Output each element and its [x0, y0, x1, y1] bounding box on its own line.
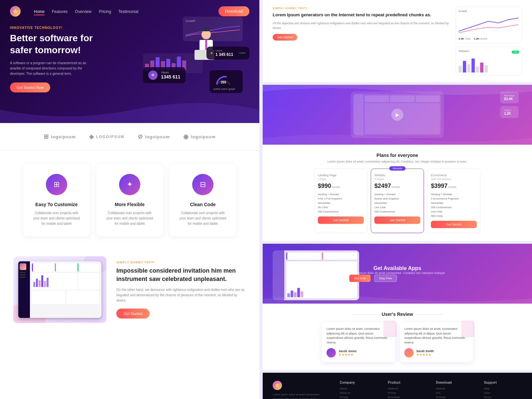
footer-link-android[interactable]: Android [436, 387, 474, 390]
feature-title-customize: Easy To Customize [31, 202, 82, 207]
right-panel: SIMPLY DUMMY TEXT! Lorem Ipsum generator… [263, 0, 532, 399]
apps-buttons: Get Now Stay Free [349, 275, 446, 282]
plan-features-1: Hosting + Domain Free 3 Full Graphics Ne… [318, 192, 364, 214]
nav-testimonial[interactable]: Testimonial [118, 9, 138, 14]
footer-link-docs[interactable]: Docs [484, 391, 522, 394]
showcase-content: SIMPLY DUMMY TEXT! Impossible considered… [116, 261, 246, 319]
logo-sym-4: ◉ [183, 133, 189, 140]
footer: ⭐ Lorem ipsum dolor sit amet consectetur… [263, 373, 532, 399]
nav-pricing[interactable]: Pricing [99, 9, 111, 14]
right-section-2-banner: ▶ Revenue $3.4K Users 1.2K [263, 85, 532, 145]
review-text-2: Lorem ipsum dolor sit amet, consectetur … [404, 327, 468, 345]
plan-price-2: $2497 [374, 183, 391, 190]
footer-col-title-support: Support [484, 381, 522, 384]
right-s1-cta[interactable]: Get Started [273, 34, 297, 41]
footer-link-about[interactable]: About us [340, 391, 378, 394]
review-author-2: Sarah Smith ★★★★★ [404, 348, 468, 357]
review-deco-1 [383, 321, 397, 337]
plan-pages-3: With 100 product [431, 178, 477, 181]
footer-link-prod-download[interactable]: Download [388, 396, 426, 399]
showcase-image [13, 256, 106, 323]
plan-period-1: /month [332, 186, 340, 189]
footer-link-desktop[interactable]: Desktop [436, 396, 474, 399]
review-card-1: Lorem ipsum dolor sit amet, consectetur … [322, 322, 395, 362]
plan-name-3: Ecommerce [431, 174, 477, 177]
right-s1-title: Lorem Ipsum generators on the Internet t… [273, 12, 449, 18]
plan-period-2: /month [392, 186, 400, 189]
pricing-title: Plans for everyone [269, 153, 525, 158]
nav-home[interactable]: Home [34, 9, 45, 15]
feature-card-flexible: ✦ More Flexible Collaborate over project… [96, 164, 163, 236]
hero-wave [0, 96, 259, 123]
footer-col-company: Company Home About us Pricing Contact [340, 381, 378, 399]
review-card-2: Lorem ipsum dolor sit amet, consectetur … [400, 322, 473, 362]
review-author-1: Jacob Jones ★★★★★ [327, 348, 390, 357]
left-panel: ⭐ Home Features Overview Pricing Testimo… [0, 0, 259, 399]
hero-tag: INNOVATIVE TECHNOLOGY! [10, 26, 249, 30]
feature-title-code: Clean Code [178, 202, 228, 207]
footer-col-title-company: Company [340, 381, 378, 384]
review-name-2: Sarah Smith [416, 349, 434, 353]
logo-item-3: ⊘ logoipsum [138, 133, 170, 140]
footer-col-download: Download Android iOS Desktop Web App [436, 381, 474, 399]
logo-item-2: ◈ LOGOIPSUM [89, 133, 124, 140]
logo-item-4: ◉ logoipsum [183, 133, 216, 140]
footer-link-home[interactable]: Home [340, 387, 378, 390]
footer-link-ios[interactable]: iOS [436, 391, 474, 394]
review-avatar-2 [404, 348, 414, 357]
nav-links: Home Features Overview Pricing Testimoni… [34, 8, 138, 14]
hero-content: INNOVATIVE TECHNOLOGY! Better software f… [0, 23, 259, 92]
plan-period-3: /month [448, 186, 456, 189]
review-avatar-1 [327, 348, 336, 357]
hero-section: ⭐ Home Features Overview Pricing Testimo… [0, 0, 259, 123]
pricing-card-website: Website Website 5 Pages $2497 /month Hos… [371, 169, 424, 233]
plan-cta-1[interactable]: Get Started [318, 216, 364, 224]
footer-link-help[interactable]: Help [484, 387, 522, 390]
growth-widget-title: Growth [459, 10, 519, 13]
right-s1-charts: Growth 2.4K Total 1.2K Active Statistics… [456, 7, 522, 75]
flexible-icon: ✦ [119, 174, 140, 195]
footer-link-pricing[interactable]: Pricing [340, 396, 378, 399]
footer-col-title-download: Download [436, 381, 474, 384]
hero-description: A software or a program can be character… [10, 61, 86, 76]
logos-section: ⊞ logoipsum ◈ LOGOIPSUM ⊘ logoipsum ◉ lo… [0, 123, 259, 151]
plan-badge-2: Website [389, 166, 406, 171]
review-name-1: Jacob Jones [338, 349, 357, 353]
logo-sym-3: ⊘ [138, 133, 143, 140]
footer-link-forum[interactable]: Forum [484, 396, 522, 399]
right-section-1: SIMPLY DUMMY TEXT! Lorem Ipsum generator… [263, 0, 532, 85]
footer-description: Lorem ipsum dolor sit amet consectetur a… [273, 393, 330, 399]
banner-stats: Revenue $3.4K Users 1.2K [500, 91, 519, 118]
feature-desc-code: Collaborate over projects with your team… [178, 210, 228, 226]
showcase-cta-button[interactable]: Get Started [116, 309, 150, 319]
review-deco-2 [461, 321, 474, 337]
apps-get-now-button[interactable]: Get Now [349, 275, 371, 282]
plan-pages-2: 5 Pages [374, 178, 420, 181]
nav-features[interactable]: Features [52, 9, 67, 14]
footer-link-features[interactable]: Features [388, 387, 426, 390]
logo: ⭐ [10, 6, 21, 17]
logo-icon: ⭐ [10, 6, 21, 17]
download-button[interactable]: Download [218, 6, 249, 16]
review-cards: Lorem ipsum dolor sit amet, consectetur … [269, 322, 525, 362]
showcase-section: SIMPLY DUMMY TEXT! Impossible considered… [0, 250, 259, 336]
statistics-widget: Statistics ON [456, 47, 522, 75]
showcase-tag: SIMPLY DUMMY TEXT! [116, 261, 246, 264]
footer-col-support: Support Help Docs Forum Status [484, 381, 522, 399]
nav-overview[interactable]: Overview [75, 9, 91, 14]
features-section: ⊞ Easy To Customize Collaborate over pro… [0, 151, 259, 250]
logo-item-1: ⊞ logoipsum [44, 133, 76, 140]
footer-col-product: Product Features Pricing Download Securi… [388, 381, 426, 399]
footer-link-prod-pricing[interactable]: Pricing [388, 391, 426, 394]
plan-name-1: Landing Page [318, 174, 364, 177]
plan-cta-3[interactable]: Get Started [431, 221, 477, 228]
code-icon: ⊟ [192, 174, 213, 195]
apps-stay-free-button[interactable]: Stay Free [374, 275, 397, 282]
apps-desc: Lorem ipsum dolor sit amet consectetur. … [349, 271, 446, 275]
plan-features-2: Hosting + Domain Assets and Graphics New… [374, 192, 420, 214]
hero-cta-button[interactable]: Get Started Now [10, 82, 50, 92]
plan-cta-2[interactable]: Get Started [374, 216, 420, 224]
play-button[interactable]: ▶ [391, 109, 403, 121]
plan-features-3: Hosting + Domain 2 Ecommerce Payment New… [431, 192, 477, 218]
footer-col-title-product: Product [388, 381, 426, 384]
